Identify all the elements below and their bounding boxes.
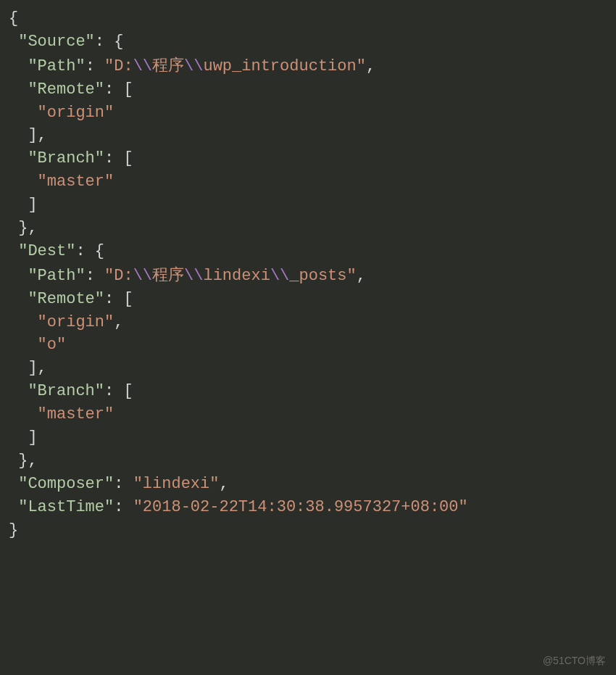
token-brace: {	[114, 33, 123, 51]
token-escape: \\	[184, 57, 203, 75]
token-string-cjk: 程序	[152, 56, 184, 74]
token-bracket: ]	[28, 428, 37, 447]
token-punct: ,	[38, 359, 47, 377]
token-punct: :	[86, 57, 104, 75]
token-string: "o"	[38, 336, 67, 354]
code-line: ]	[9, 194, 607, 217]
code-line: },	[9, 217, 607, 240]
token-key: "Remote"	[28, 80, 104, 99]
code-line: }	[9, 519, 607, 542]
token-bracket: ]	[28, 359, 37, 377]
token-punct: ,	[357, 267, 366, 285]
code-line: "Path": "D:\\程序\\lindexi\\_posts",	[9, 263, 607, 288]
token-punct: :	[114, 475, 133, 493]
token-string: "2018-02-22T14:30:38.9957327+08:00"	[133, 498, 468, 516]
token-punct: :	[75, 242, 94, 260]
token-string: "master"	[38, 405, 115, 423]
code-line: "master"	[9, 403, 607, 426]
token-escape: \\	[133, 57, 152, 75]
token-brace: }	[9, 521, 18, 539]
token-punct: ,	[28, 452, 37, 470]
token-string-cjk: 程序	[152, 265, 184, 283]
token-key: "Composer"	[18, 475, 114, 493]
token-string: "lindexi"	[133, 475, 220, 493]
token-punct: ,	[219, 475, 228, 493]
token-brace: {	[95, 242, 104, 260]
token-punct: ,	[366, 57, 375, 75]
token-string: lindexi	[203, 267, 270, 285]
token-punct: :	[86, 267, 104, 285]
token-string: "origin"	[38, 104, 115, 122]
token-punct: ,	[28, 219, 37, 237]
token-string: "D:	[104, 267, 133, 285]
token-brace: }	[18, 219, 28, 237]
token-punct: :	[104, 290, 123, 308]
code-line: ]	[9, 426, 607, 450]
code-line: "Source": {	[9, 30, 607, 54]
code-line: "Path": "D:\\程序\\uwp_introduction",	[9, 54, 607, 78]
token-punct: :	[95, 33, 114, 51]
code-line: "Remote": [	[9, 288, 607, 311]
code-line: {	[9, 7, 607, 30]
token-string: "master"	[38, 173, 115, 191]
token-string: "D:	[104, 57, 133, 75]
token-bracket: [	[123, 80, 133, 99]
token-string: _posts"	[289, 267, 356, 285]
token-key: "Dest"	[18, 242, 75, 260]
token-key: "Path"	[28, 267, 85, 285]
token-escape: \\	[184, 267, 203, 285]
code-line: "origin"	[9, 102, 607, 125]
token-bracket: ]	[28, 196, 37, 214]
token-escape: \\	[133, 267, 152, 285]
token-punct: :	[114, 498, 133, 516]
token-escape: \\	[270, 267, 289, 285]
code-line: "LastTime": "2018-02-22T14:30:38.9957327…	[9, 496, 607, 519]
code-line: },	[9, 450, 607, 473]
token-key: "Path"	[28, 57, 85, 75]
code-line: "Branch": [	[9, 147, 607, 170]
code-line: "Remote": [	[9, 78, 607, 102]
token-key: "LastTime"	[18, 498, 114, 516]
token-bracket: [	[123, 149, 133, 167]
token-key: "Remote"	[28, 290, 104, 308]
token-key: "Branch"	[28, 382, 104, 400]
token-punct: :	[104, 382, 123, 400]
token-string: uwp_introduction"	[203, 57, 365, 75]
json-code-block: { "Source": { "Path": "D:\\程序\\uwp_intro…	[9, 7, 607, 542]
token-bracket: [	[123, 290, 133, 308]
code-line: ],	[9, 357, 607, 380]
token-brace: {	[9, 9, 18, 28]
code-line: "Branch": [	[9, 380, 607, 403]
code-line: "Dest": {	[9, 240, 607, 263]
code-line: "master"	[9, 170, 607, 194]
watermark-text: @51CTO博客	[543, 653, 606, 668]
token-brace: }	[18, 452, 28, 470]
token-punct: ,	[38, 126, 47, 144]
code-line: ],	[9, 124, 607, 147]
code-line: "Composer": "lindexi",	[9, 473, 607, 496]
token-punct: ,	[114, 313, 123, 331]
token-punct: :	[104, 80, 123, 99]
token-string: "origin"	[38, 313, 115, 331]
token-key: "Source"	[18, 33, 95, 51]
code-line: "o"	[9, 334, 607, 357]
token-bracket: ]	[28, 126, 37, 144]
code-line: "origin",	[9, 311, 607, 334]
token-punct: :	[104, 149, 123, 167]
token-bracket: [	[123, 382, 133, 400]
token-key: "Branch"	[28, 149, 104, 167]
